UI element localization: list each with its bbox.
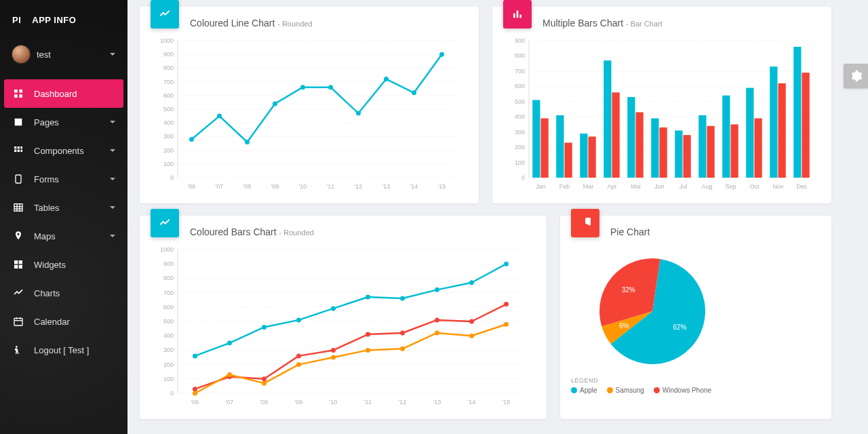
svg-rect-121	[636, 112, 644, 178]
user-menu[interactable]: test	[0, 40, 127, 75]
svg-rect-17	[14, 260, 18, 264]
svg-text:900: 900	[515, 37, 525, 44]
svg-point-186	[331, 355, 336, 360]
svg-point-174	[262, 376, 267, 381]
svg-text:'10: '10	[299, 183, 307, 190]
svg-point-165	[296, 317, 301, 322]
svg-text:'09: '09	[295, 399, 303, 406]
svg-point-181	[504, 302, 509, 307]
svg-point-59	[189, 137, 194, 142]
svg-text:'07: '07	[216, 183, 224, 190]
svg-rect-116	[793, 47, 801, 178]
svg-text:800: 800	[163, 64, 174, 71]
sidebar-item-tables[interactable]: Tables	[0, 193, 127, 222]
multi-chart: 01002003004005006007008009001000'06'07'0…	[151, 244, 537, 407]
sidebar-item-charts[interactable]: Charts	[0, 279, 127, 307]
sidebar-item-components[interactable]: Components	[0, 136, 127, 165]
sidebar-item-widgets[interactable]: Widgets	[0, 250, 127, 279]
svg-text:32%: 32%	[622, 286, 635, 294]
svg-text:'06: '06	[188, 183, 196, 190]
svg-rect-19	[14, 265, 18, 269]
widgets-icon	[12, 258, 24, 271]
chevron-down-icon	[110, 121, 115, 123]
svg-rect-108	[604, 60, 611, 178]
svg-rect-119	[589, 136, 596, 178]
svg-point-64	[328, 85, 333, 90]
tables-icon	[12, 201, 24, 214]
bars-chart: 0100200300400500600700800900JanFebMarApr…	[503, 35, 822, 191]
sidebar-item-pages[interactable]: Pages	[0, 108, 127, 136]
forms-icon	[12, 173, 24, 185]
sidebar-item-dashboard[interactable]: Dashboard	[4, 79, 123, 108]
svg-rect-111	[675, 130, 682, 178]
components-icon	[12, 144, 24, 157]
svg-point-172	[193, 387, 197, 391]
svg-text:200: 200	[163, 361, 174, 368]
svg-text:900: 900	[163, 260, 174, 267]
line-chart-icon	[151, 209, 179, 237]
sidebar-item-label: Logout [ Test ]	[34, 345, 115, 355]
svg-rect-3	[19, 94, 22, 98]
svg-text:Nov: Nov	[772, 183, 784, 190]
svg-text:400: 400	[163, 119, 174, 126]
svg-point-178	[400, 330, 405, 335]
svg-rect-126	[755, 118, 762, 178]
svg-text:Jul: Jul	[679, 183, 688, 190]
svg-text:'12: '12	[399, 399, 407, 406]
chevron-down-icon	[110, 149, 115, 152]
svg-text:0: 0	[170, 174, 174, 181]
svg-point-185	[296, 362, 301, 367]
svg-text:800: 800	[163, 275, 174, 281]
sidebar-item-label: Components	[34, 146, 110, 156]
svg-text:100: 100	[163, 376, 174, 382]
pie-chart-icon	[571, 209, 599, 237]
maps-icon	[12, 230, 24, 242]
svg-text:500: 500	[163, 318, 174, 325]
charts-icon	[12, 287, 24, 299]
sidebar-item-calendar[interactable]: Calendar	[0, 307, 127, 336]
sidebar-item-logout[interactable]: Logout [ Test ]	[0, 336, 127, 364]
avatar	[12, 45, 30, 63]
svg-rect-112	[698, 115, 706, 178]
svg-text:62%: 62%	[673, 323, 686, 331]
legend-item: Windows Phone	[654, 387, 711, 394]
svg-point-179	[435, 317, 439, 322]
svg-text:'11: '11	[364, 399, 372, 406]
svg-text:Dec: Dec	[796, 183, 808, 190]
settings-button[interactable]	[844, 64, 868, 88]
legend-swatch	[654, 387, 660, 393]
svg-text:800: 800	[515, 52, 525, 59]
svg-text:700: 700	[163, 290, 174, 296]
sidebar-item-label: Maps	[34, 231, 110, 241]
svg-text:400: 400	[163, 332, 174, 339]
gear-icon	[849, 69, 863, 83]
svg-rect-69	[513, 14, 515, 18]
svg-text:'08: '08	[260, 399, 269, 406]
svg-point-180	[469, 319, 474, 324]
svg-point-162	[193, 353, 197, 358]
svg-text:1000: 1000	[160, 37, 174, 44]
svg-text:'15: '15	[502, 399, 511, 406]
card-title: Pie Chart	[610, 225, 821, 237]
svg-rect-10	[20, 150, 22, 152]
svg-rect-117	[541, 118, 549, 178]
svg-text:'15: '15	[438, 183, 446, 190]
svg-text:100: 100	[515, 159, 525, 166]
sidebar-item-maps[interactable]: Maps	[0, 222, 127, 250]
logout-icon	[12, 344, 24, 356]
svg-text:'12: '12	[355, 183, 363, 190]
svg-text:Jun: Jun	[654, 183, 665, 190]
svg-point-66	[384, 77, 389, 81]
sidebar-item-forms[interactable]: Forms	[0, 165, 127, 193]
svg-text:600: 600	[163, 92, 174, 99]
content: Coloured Line Chart - Rounded 0100200300…	[127, 0, 868, 434]
svg-text:500: 500	[515, 98, 525, 105]
pie-chart: 62%6%32%	[571, 244, 734, 373]
svg-rect-20	[19, 265, 22, 269]
card-title: Coloured Bars Chart - Rounded	[190, 225, 536, 237]
svg-text:200: 200	[163, 147, 174, 154]
svg-text:'14: '14	[410, 183, 418, 190]
sidebar-item-label: Tables	[34, 203, 110, 213]
svg-point-170	[469, 280, 474, 285]
svg-text:300: 300	[163, 347, 174, 353]
